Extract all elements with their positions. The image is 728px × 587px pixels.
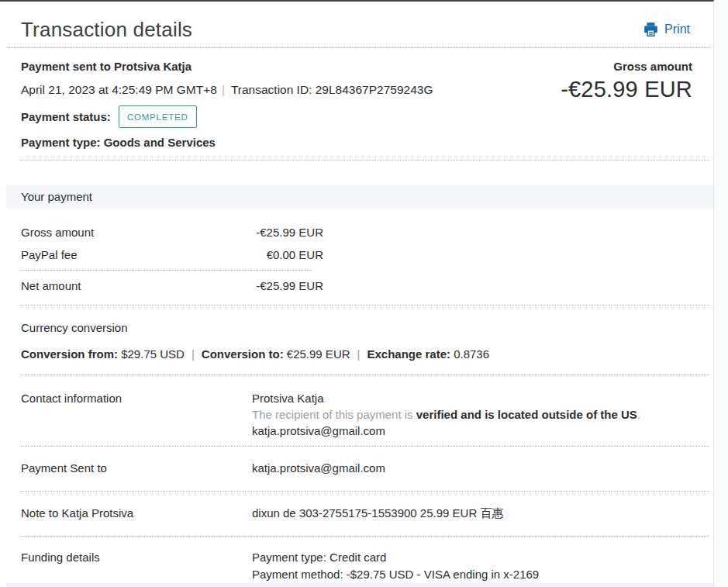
- note-value: dixun de 303-2755175-1553900 25.99 EUR 百…: [252, 505, 709, 521]
- gross-amount-row-label: Gross amount: [21, 225, 94, 240]
- payment-status-label: Payment status:: [21, 109, 111, 126]
- your-payment-title: Your payment: [21, 190, 92, 203]
- your-payment-section-header: Your payment: [6, 185, 713, 209]
- payment-status-line: Payment status: COMPLETED: [21, 105, 433, 128]
- payment-type-line: Payment type: Goods and Services: [21, 135, 433, 150]
- amounts-divider: [21, 305, 709, 306]
- contact-information-value: Protsiva Katja The recipient of this pay…: [252, 390, 709, 439]
- transaction-details-page: Transaction details Print Payment sent t…: [0, 0, 714, 587]
- summary-divider: [21, 160, 709, 161]
- funding-details-label: Funding details: [21, 549, 252, 587]
- funding-payment-type: Payment type: Credit card: [252, 549, 709, 566]
- recipient-note-suffix: .: [637, 408, 640, 421]
- payment-sent-to-row: Payment Sent to katja.protsiva@gmail.com: [21, 447, 709, 491]
- funding-payment-method: Payment method: -$29.75 USD - VISA endin…: [252, 566, 709, 583]
- print-button[interactable]: Print: [643, 22, 690, 37]
- currency-conversion-title: Currency conversion: [21, 321, 713, 335]
- page-title: Transaction details: [21, 18, 192, 42]
- transaction-id: Transaction ID: 29L84367P2759243G: [231, 83, 433, 96]
- conversion-from-value: $29.75 USD: [118, 347, 185, 361]
- paypal-fee-row-value: €0.00 EUR: [267, 247, 323, 262]
- net-amount-row-value: -€25.99 EUR: [256, 278, 323, 293]
- recipient-note-bold: verified and is located outside of the U…: [416, 408, 637, 421]
- note-row: Note to Katja Protsiva dixun de 303-2755…: [21, 492, 709, 536]
- currency-conversion-line: Conversion from: $29.75 USD|Conversion t…: [21, 347, 713, 361]
- next-section-bar: [6, 583, 713, 587]
- amounts-table: Gross amount -€25.99 EUR PayPal fee €0.0…: [21, 221, 323, 297]
- transaction-date: April 21, 2023 at 4:25:49 PM GMT+8: [21, 83, 217, 96]
- payment-summary: Payment sent to Protsiva Katja April 21,…: [0, 48, 713, 160]
- summary-right: Gross amount -€25.99 EUR: [561, 59, 692, 150]
- conversion-separator: |: [350, 347, 367, 361]
- conversion-separator: |: [185, 347, 202, 361]
- table-row: PayPal fee €0.00 EUR: [21, 243, 323, 266]
- net-amount-row-label: Net amount: [21, 278, 81, 293]
- recipient-note-prefix: The recipient of this payment is: [252, 408, 416, 421]
- funding-details-value: Payment type: Credit card Payment method…: [252, 549, 709, 587]
- amounts-subtotal-divider: [21, 270, 312, 271]
- status-badge: COMPLETED: [119, 105, 197, 128]
- payment-sent-to-label: Payment Sent to: [21, 460, 252, 476]
- payment-sent-to-heading: Payment sent to Protsiva Katja: [21, 59, 433, 74]
- print-icon: [643, 22, 659, 37]
- gross-amount-label: Gross amount: [561, 59, 692, 74]
- gross-amount-value: -€25.99 EUR: [561, 76, 692, 102]
- recipient-name: Protsiva Katja: [252, 390, 709, 406]
- contact-information-label: Contact information: [21, 390, 252, 439]
- vertical-separator: |: [217, 83, 231, 96]
- date-and-transaction-line: April 21, 2023 at 4:25:49 PM GMT+8|Trans…: [21, 81, 433, 98]
- table-row: Gross amount -€25.99 EUR: [21, 221, 323, 243]
- page-header: Transaction details Print: [0, 2, 713, 47]
- contact-information-row: Contact information Protsiva Katja The r…: [21, 375, 709, 446]
- conversion-to-value: €25.99 EUR: [284, 347, 350, 361]
- recipient-verification-line: The recipient of this payment is verifie…: [252, 406, 709, 423]
- recipient-email: katja.protsiva@gmail.com: [252, 423, 709, 439]
- paypal-fee-row-label: PayPal fee: [21, 247, 78, 262]
- exchange-rate-value: 0.8736: [450, 347, 489, 361]
- payment-sent-to-value: katja.protsiva@gmail.com: [252, 460, 709, 476]
- funding-details-row: Funding details Payment type: Credit car…: [21, 537, 709, 587]
- summary-left: Payment sent to Protsiva Katja April 21,…: [21, 59, 433, 150]
- table-row: Net amount -€25.99 EUR: [21, 275, 323, 297]
- exchange-rate-label: Exchange rate:: [367, 347, 450, 361]
- conversion-to-label: Conversion to:: [202, 347, 284, 361]
- gross-amount-row-value: -€25.99 EUR: [256, 225, 323, 240]
- print-label: Print: [664, 22, 690, 36]
- conversion-from-label: Conversion from:: [21, 347, 118, 361]
- note-label: Note to Katja Protsiva: [21, 505, 252, 521]
